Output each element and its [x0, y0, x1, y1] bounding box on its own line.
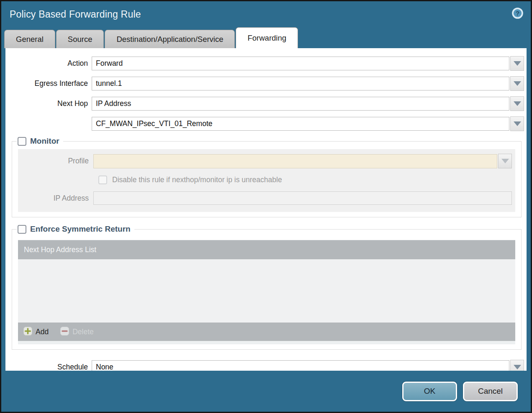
next-hop-label: Next Hop	[5, 99, 92, 108]
schedule-row: Schedule	[5, 360, 524, 371]
next-hop-dropdown-button[interactable]	[510, 96, 524, 111]
egress-interface-input[interactable]	[92, 77, 509, 90]
next-hop-address-list-table: Next Hop Address List Add	[18, 240, 515, 344]
profile-input-disabled	[93, 154, 497, 168]
egress-interface-label: Egress Interface	[5, 79, 92, 88]
next-hop-address-list-header: Next Hop Address List	[18, 240, 515, 259]
tab-general[interactable]: General	[4, 30, 55, 48]
monitor-section: Monitor Profile Disable this rule if nex…	[12, 137, 522, 217]
policy-based-forwarding-dialog: Policy Based Forwarding Rule ? General S…	[0, 0, 532, 413]
monitor-panel: Profile Disable this rule if nexthop/mon…	[18, 149, 515, 212]
action-dropdown-button[interactable]	[510, 56, 524, 71]
enforce-symmetric-return-legend: Enforce Symmetric Return	[17, 225, 134, 234]
enforce-symmetric-return-legend-label: Enforce Symmetric Return	[30, 225, 131, 234]
monitor-legend-label: Monitor	[30, 137, 59, 146]
next-hop-address-input[interactable]	[92, 117, 509, 131]
minus-icon	[60, 327, 69, 337]
egress-interface-dropdown-button[interactable]	[510, 76, 524, 91]
dialog-footer: OK Cancel	[1, 371, 531, 412]
profile-dropdown-button-disabled	[498, 154, 512, 168]
tab-forwarding[interactable]: Forwarding	[236, 27, 298, 48]
action-row: Action	[5, 56, 524, 71]
disable-rule-label: Disable this rule if nexthop/monitor ip …	[112, 176, 282, 184]
add-button[interactable]: Add	[23, 327, 49, 337]
enforce-symmetric-return-section: Enforce Symmetric Return Next Hop Addres…	[12, 225, 522, 350]
schedule-combo	[92, 360, 524, 371]
schedule-dropdown-button[interactable]	[510, 360, 524, 371]
add-button-label: Add	[36, 328, 49, 336]
tab-source[interactable]: Source	[56, 30, 104, 48]
tab-destination-application-service[interactable]: Destination/Application/Service	[105, 30, 235, 48]
profile-label: Profile	[18, 157, 93, 165]
plus-icon	[23, 327, 32, 337]
table-bottom-strip	[18, 341, 515, 344]
monitor-ip-address-row: IP Address	[18, 191, 512, 205]
next-hop-address-list-body-empty	[18, 259, 515, 323]
ok-button[interactable]: OK	[402, 382, 457, 401]
chevron-down-icon	[501, 159, 509, 163]
cancel-button[interactable]: Cancel	[463, 382, 518, 401]
disable-rule-checkbox	[98, 176, 107, 184]
monitor-ip-address-input-disabled	[93, 191, 512, 205]
delete-button-label: Delete	[72, 328, 94, 336]
chevron-down-icon	[514, 121, 521, 126]
schedule-input[interactable]	[92, 360, 509, 371]
monitor-checkbox[interactable]	[18, 137, 26, 146]
tab-bar: General Source Destination/Application/S…	[1, 27, 531, 48]
forwarding-tab-panel: Action Egress Interface Next Hop	[5, 48, 527, 371]
dialog-title: Policy Based Forwarding Rule	[10, 9, 141, 20]
next-hop-combo	[92, 96, 524, 111]
next-hop-address-combo	[92, 116, 524, 131]
next-hop-address-row	[5, 116, 524, 131]
svg-text:?: ?	[516, 10, 519, 17]
schedule-label: Schedule	[5, 363, 92, 371]
help-icon[interactable]: ?	[511, 7, 524, 19]
action-combo	[92, 56, 524, 71]
next-hop-type-input[interactable]	[92, 97, 509, 111]
monitor-legend: Monitor	[17, 137, 63, 146]
next-hop-address-list-toolbar: Add Delete	[18, 323, 515, 341]
egress-interface-combo	[92, 76, 524, 91]
delete-button-disabled: Delete	[60, 327, 94, 337]
monitor-ip-address-label: IP Address	[18, 194, 93, 203]
profile-row: Profile	[18, 154, 512, 168]
chevron-down-icon	[514, 101, 521, 106]
action-label: Action	[5, 59, 92, 68]
chevron-down-icon	[514, 81, 521, 86]
dialog-titlebar: Policy Based Forwarding Rule	[1, 1, 531, 27]
enforce-symmetric-return-checkbox[interactable]	[18, 225, 26, 234]
action-input[interactable]	[92, 57, 509, 70]
next-hop-row: Next Hop	[5, 96, 524, 111]
chevron-down-icon	[514, 61, 521, 66]
next-hop-address-dropdown-button[interactable]	[510, 116, 524, 131]
disable-rule-row: Disable this rule if nexthop/monitor ip …	[98, 176, 515, 184]
egress-interface-row: Egress Interface	[5, 76, 524, 91]
chevron-down-icon	[514, 365, 521, 369]
